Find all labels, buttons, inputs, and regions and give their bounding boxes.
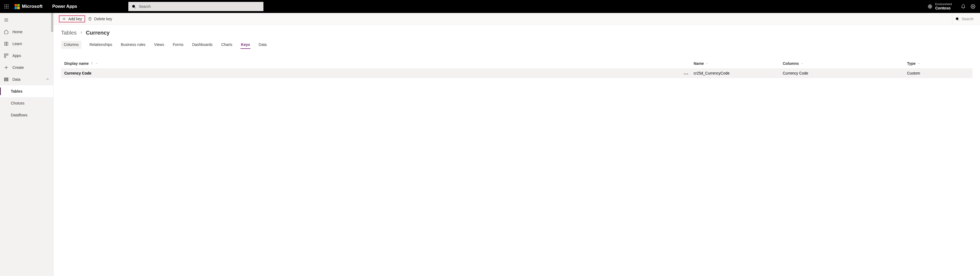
row-more-icon[interactable] <box>684 71 688 75</box>
tab-business-rules[interactable]: Business rules <box>120 41 146 49</box>
main-pane: Add key Delete key Search Tables Currenc… <box>54 13 980 276</box>
keys-grid: Display name Name Columns Type <box>61 59 972 78</box>
environment-picker[interactable]: Environment Contoso <box>928 2 952 11</box>
svg-point-30 <box>686 74 687 75</box>
svg-rect-18 <box>4 56 6 57</box>
nav-item-label: Data <box>13 77 42 82</box>
svg-point-0 <box>5 5 5 5</box>
svg-point-4 <box>6 6 7 7</box>
svg-point-3 <box>5 6 5 7</box>
column-header-label: Columns <box>783 61 799 66</box>
cmd-label: Delete key <box>94 17 112 21</box>
svg-rect-22 <box>4 79 8 80</box>
tab-data[interactable]: Data <box>258 41 267 49</box>
nav-item-label: Create <box>13 65 49 70</box>
svg-point-12 <box>972 6 974 7</box>
svg-point-5 <box>8 6 9 7</box>
sort-asc-icon <box>90 62 94 65</box>
nav-subitem-dataflows[interactable]: Dataflows <box>0 109 53 121</box>
cell-columns: Currency Code <box>783 71 907 75</box>
nav-item-apps[interactable]: Apps <box>0 50 53 62</box>
nav-collapse-button[interactable] <box>0 14 53 26</box>
column-header-type[interactable]: Type <box>907 61 969 66</box>
app-header: Microsoft Power Apps Search Environment … <box>0 0 980 13</box>
delete-key-button[interactable]: Delete key <box>85 16 115 22</box>
svg-rect-16 <box>4 54 6 55</box>
svg-point-26 <box>956 17 958 20</box>
settings-icon[interactable] <box>968 2 978 11</box>
tab-forms[interactable]: Forms <box>172 41 184 49</box>
svg-rect-23 <box>4 80 8 81</box>
svg-point-29 <box>684 74 685 75</box>
grid-search-input[interactable]: Search <box>952 13 976 25</box>
chevron-right-icon <box>80 30 83 36</box>
environment-name: Contoso <box>935 6 952 11</box>
svg-point-1 <box>6 5 7 5</box>
column-header-columns[interactable]: Columns <box>783 61 907 66</box>
svg-point-8 <box>8 8 9 9</box>
chevron-down-icon <box>917 62 921 65</box>
column-header-name[interactable]: Name <box>694 61 783 66</box>
nav-subitem-tables[interactable]: Tables <box>0 85 53 97</box>
app-launcher-icon[interactable] <box>2 2 11 11</box>
tab-strip: Columns Relationships Business rules Vie… <box>61 41 972 49</box>
command-bar: Add key Delete key Search <box>54 13 980 25</box>
svg-line-27 <box>958 20 959 21</box>
notifications-icon[interactable] <box>958 2 968 11</box>
scrollbar-thumb[interactable] <box>51 13 53 32</box>
nav-item-label: Tables <box>11 89 22 94</box>
cmd-label: Add key <box>68 17 82 21</box>
tab-charts[interactable]: Charts <box>221 41 233 49</box>
chevron-down-icon <box>800 62 804 65</box>
cell-type: Custom <box>907 71 969 75</box>
breadcrumb-current: Currency <box>86 30 110 36</box>
nav-item-data[interactable]: Data <box>0 73 53 85</box>
column-header-display-name[interactable]: Display name <box>64 61 694 66</box>
svg-point-6 <box>5 8 5 9</box>
nav-item-create[interactable]: Create <box>0 62 53 73</box>
nav-subitem-choices[interactable]: Choices <box>0 97 53 109</box>
cell-display-name: Currency Code <box>64 71 91 75</box>
product-name: Power Apps <box>52 4 77 9</box>
cell-name: cr25d_CurrencyCode <box>694 71 783 75</box>
breadcrumb-root[interactable]: Tables <box>61 30 77 36</box>
add-key-button[interactable]: Add key <box>59 15 85 22</box>
microsoft-logo: Microsoft <box>14 4 43 9</box>
chevron-down-icon <box>95 62 99 65</box>
svg-line-10 <box>135 7 136 8</box>
tab-dashboards[interactable]: Dashboards <box>192 41 213 49</box>
nav-item-label: Apps <box>13 54 49 58</box>
environment-label: Environment <box>935 2 952 6</box>
left-nav: Home Learn Apps Create Data Tables Choic… <box>0 13 54 276</box>
svg-point-9 <box>132 5 135 8</box>
nav-item-learn[interactable]: Learn <box>0 38 53 50</box>
column-header-label: Type <box>907 61 916 66</box>
svg-point-7 <box>6 8 7 9</box>
svg-point-31 <box>687 74 688 75</box>
tab-columns[interactable]: Columns <box>61 41 81 49</box>
breadcrumb: Tables Currency <box>61 30 972 36</box>
global-search-input[interactable]: Search <box>128 2 263 11</box>
nav-item-label: Dataflows <box>11 113 27 117</box>
grid-header-row: Display name Name Columns Type <box>61 59 972 68</box>
global-search-placeholder: Search <box>138 4 151 9</box>
nav-item-label: Home <box>13 30 49 34</box>
content-area: Tables Currency Columns Relationships Bu… <box>54 25 980 276</box>
column-header-label: Display name <box>64 61 89 66</box>
nav-item-label: Learn <box>13 41 49 46</box>
svg-point-2 <box>8 5 9 5</box>
tab-keys[interactable]: Keys <box>240 41 250 49</box>
tab-relationships[interactable]: Relationships <box>89 41 113 49</box>
column-header-label: Name <box>694 61 704 66</box>
nav-item-home[interactable]: Home <box>0 26 53 38</box>
svg-rect-21 <box>4 78 8 79</box>
brand-text: Microsoft <box>22 4 43 9</box>
table-row[interactable]: Currency Code cr25d_CurrencyCode Currenc… <box>61 68 972 78</box>
tab-views[interactable]: Views <box>153 41 165 49</box>
grid-search-placeholder: Search <box>962 17 974 21</box>
svg-rect-17 <box>7 54 8 55</box>
nav-item-label: Choices <box>11 101 25 105</box>
chevron-down-icon <box>705 62 709 65</box>
chevron-up-icon <box>46 77 49 82</box>
